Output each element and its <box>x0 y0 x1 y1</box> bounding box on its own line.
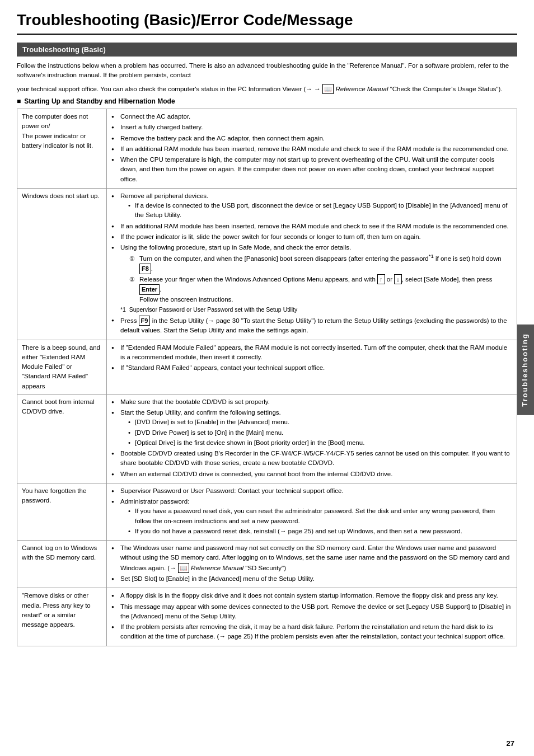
troubleshooting-table: The computer does not power on/The power… <box>17 109 517 646</box>
side-tab: Troubleshooting <box>517 325 534 415</box>
page-number: 27 <box>507 739 514 748</box>
table-row: There is a beep sound, and either "Exten… <box>17 340 517 394</box>
book-icon-sd: 📖 <box>178 563 189 574</box>
page-title: Troubleshooting (Basic)/Error Code/Messa… <box>17 11 517 35</box>
problem-cell: You have forgotten the password. <box>17 483 107 540</box>
table-row: "Remove disks or other media. Press any … <box>17 588 517 646</box>
table-row: Cannot log on to Windows with the SD mem… <box>17 541 517 588</box>
solution-cell: A floppy disk is in the floppy disk driv… <box>107 588 517 646</box>
problem-cell: Cannot log on to Windows with the SD mem… <box>17 541 107 588</box>
solution-cell: Supervisor Password or User Password: Co… <box>107 483 517 540</box>
table-row: You have forgotten the password. Supervi… <box>17 483 517 540</box>
intro-paragraph-2: your technical support office. You can a… <box>17 84 517 95</box>
problem-cell: Windows does not start up. <box>17 188 107 340</box>
problem-cell: There is a beep sound, and either "Exten… <box>17 340 107 394</box>
intro-paragraph-1: Follow the instructions below when a pro… <box>17 61 517 81</box>
table-row: Cannot boot from internal CD/DVD drive. … <box>17 394 517 483</box>
book-icon: 📖 <box>322 84 334 95</box>
subsection-title: Starting Up and Standby and Hibernation … <box>17 97 517 105</box>
problem-cell: Cannot boot from internal CD/DVD drive. <box>17 394 107 483</box>
solution-cell: Connect the AC adaptor. Insert a fully c… <box>107 109 517 189</box>
solution-cell: The Windows user name and password may n… <box>107 541 517 588</box>
solution-cell: Make sure that the bootable CD/DVD is se… <box>107 394 517 483</box>
table-row: The computer does not power on/The power… <box>17 109 517 189</box>
problem-cell: The computer does not power on/The power… <box>17 109 107 189</box>
section-header: Troubleshooting (Basic) <box>17 43 517 57</box>
solution-cell: Remove all peripheral devices. If a devi… <box>107 188 517 340</box>
solution-cell: If "Extended RAM Module Failed" appears,… <box>107 340 517 394</box>
table-row: Windows does not start up. Remove all pe… <box>17 188 517 340</box>
problem-cell: "Remove disks or other media. Press any … <box>17 588 107 646</box>
